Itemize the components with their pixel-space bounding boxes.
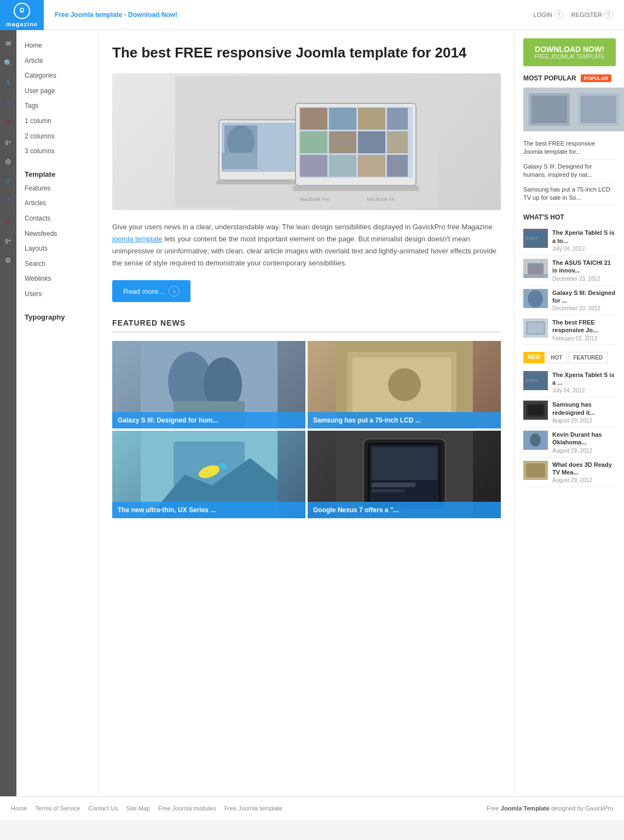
nav-sidebar: Home Article Categories User page Tags 1… [16,30,99,796]
featured-item-3[interactable]: The new ultra-thin, UX Series ... [112,431,305,518]
register-help-icon: ? [604,10,613,19]
nav-features[interactable]: Features [25,181,90,196]
svg-point-59 [528,290,543,308]
register-link[interactable]: REGISTER ? [571,10,613,19]
nav-1col[interactable]: 1 column [25,114,90,129]
popular-main-image [523,88,616,131]
twitter-icon-2[interactable]: t [3,176,13,186]
popular-item-2[interactable]: Galaxy S III: Designed for humans, inspi… [523,160,616,183]
featured-item-1[interactable]: Galaxy S III: Designed for hum... [112,341,305,428]
facebook-icon-1[interactable]: f [3,97,13,107]
hot-item-4[interactable]: The best FREE responsive Jo... February … [523,315,616,345]
featured-item-2[interactable]: Samsung has put a 75-inch LCD ... [308,341,501,428]
read-more-button[interactable]: Read more... › [112,280,190,302]
hot-item-3[interactable]: Galaxy S III: Designed for ... December … [523,286,616,316]
footer-links: Home Terms of Service Contact Us Site Ma… [11,805,282,812]
svg-rect-44 [372,447,437,480]
footer-right: Free Joomla Template designed by GavickP… [487,805,613,812]
article-title: The best FREE responsive Joomla template… [112,44,501,62]
svg-text:SONY: SONY [525,378,538,383]
hero-image: MacBook Pro MacBook Air [112,73,501,210]
nav-weblinks[interactable]: Weblinks [25,271,90,287]
logo-text: magazine [6,21,38,27]
svg-rect-11 [329,108,356,130]
read-more-arrow-icon: › [169,286,180,297]
featured-caption-1: Galaxy S III: Designed for hum... [112,412,305,428]
main-content: The best FREE responsive Joomla template… [99,30,515,796]
new-item-3[interactable]: Kevin Durant has Oklahoma... August 29, … [523,427,616,457]
svg-rect-50 [531,96,567,123]
nav-3col[interactable]: 3 columns [25,144,90,159]
hot-thumb-2 [523,259,548,278]
whats-hot-title: WHAT'S HOT [523,213,616,221]
pinterest-icon-1[interactable]: p [3,117,13,127]
settings-icon-1[interactable]: ⚙ [3,157,13,166]
nav-contacts[interactable]: Contacts [25,211,90,227]
hot-info-2: The ASUS TAICHI 21 is innov... December … [552,259,616,282]
right-sidebar: DOWNLOAD NOW! FREE JOOMLA! TEMPLATE MOST… [515,30,624,796]
settings-icon-2[interactable]: ⚙ [3,255,13,265]
search-sidebar-icon[interactable]: 🔍 [3,58,13,68]
nav-layouts[interactable]: Layouts [25,241,90,257]
featured-section-title: FEATURED NEWS [112,318,501,333]
footer-home[interactable]: Home [11,805,27,812]
new-item-2[interactable]: Samsung has redesigned it... August 29, … [523,397,616,427]
svg-rect-17 [387,131,408,153]
tab-featured[interactable]: FEATURED [568,352,608,363]
footer-tos[interactable]: Terms of Service [35,805,80,812]
svg-rect-12 [358,108,385,130]
nav-user-page[interactable]: User page [25,84,90,99]
facebook-icon-2[interactable]: f [3,196,13,206]
nav-article[interactable]: Article [25,54,90,69]
tab-new[interactable]: NEW [523,352,545,363]
twitter-icon-1[interactable]: t [3,78,13,88]
googleplus-icon-2[interactable]: g+ [3,235,13,245]
article-joomla-link[interactable]: joomla template [112,235,163,243]
svg-rect-21 [387,155,408,177]
logo[interactable]: magazine [0,0,44,30]
svg-rect-22 [293,186,419,191]
hot-info-3: Galaxy S III: Designed for ... December … [552,289,616,312]
footer-modules[interactable]: Free Joomla modules [158,805,216,812]
nav-2col[interactable]: 2 columns [25,129,90,144]
hot-item-1[interactable]: SONY The Xperia Tablet S is a to... July… [523,225,616,256]
new-item-1[interactable]: SONY The Xperia Tablet S is a ... July 0… [523,368,616,398]
nav-users[interactable]: Users [25,287,90,302]
email-icon[interactable]: ✉ [3,38,13,48]
svg-text:SONY: SONY [525,236,538,241]
nav-newsfeeds[interactable]: Newsfeeds [25,227,90,242]
nav-articles[interactable]: Articles [25,196,90,211]
new-thumb-4 [523,461,548,480]
footer-template[interactable]: Free Joomla template [224,805,282,812]
logo-icon [14,3,30,19]
footer: Home Terms of Service Contact Us Site Ma… [0,796,624,820]
nav-categories[interactable]: Categories [25,68,90,84]
popular-item-3[interactable]: Samsung has put a 75-inch LCD TV up for … [523,183,616,206]
nav-tags[interactable]: Tags [25,99,90,114]
featured-item-4[interactable]: Google Nexus 7 offers a "... [308,431,501,518]
hot-item-2[interactable]: The ASUS TAICHI 21 is innov... December … [523,256,616,286]
icon-sidebar: ✉ 🔍 t f p g+ ⚙ t f p g+ ⚙ [0,30,16,796]
top-bar: magazine Free Joomla template - Download… [0,0,624,30]
googleplus-icon-1[interactable]: g+ [3,137,13,147]
new-thumb-2 [523,401,548,420]
nav-search[interactable]: Search [25,257,90,272]
svg-rect-72 [526,464,545,477]
most-popular-title: MOST POPULAR POPULAR [523,74,616,82]
popular-item-1[interactable]: The best FREE responsive Joomla template… [523,137,616,160]
tab-hot[interactable]: HOT [546,352,567,363]
svg-rect-13 [387,108,408,130]
svg-point-32 [388,368,421,401]
download-button[interactable]: DOWNLOAD NOW! FREE JOOMLA! TEMPLATE [523,38,616,66]
pinterest-icon-2[interactable]: p [3,216,13,225]
login-link[interactable]: LOGIN ? [534,10,563,19]
new-item-4[interactable]: What does 3D Ready TV Mea... August 29, … [523,457,616,488]
footer-contact[interactable]: Contact Us [88,805,118,812]
svg-rect-6 [222,153,257,169]
hot-info-1: The Xperia Tablet S is a to... July 04, … [552,229,616,252]
article-body: Give your users news in a clear, underst… [112,221,501,269]
new-thumb-3 [523,431,548,450]
nav-home[interactable]: Home [25,38,90,54]
footer-sitemap[interactable]: Site Map [126,805,150,812]
tagline-link[interactable]: Download Now! [128,11,177,19]
